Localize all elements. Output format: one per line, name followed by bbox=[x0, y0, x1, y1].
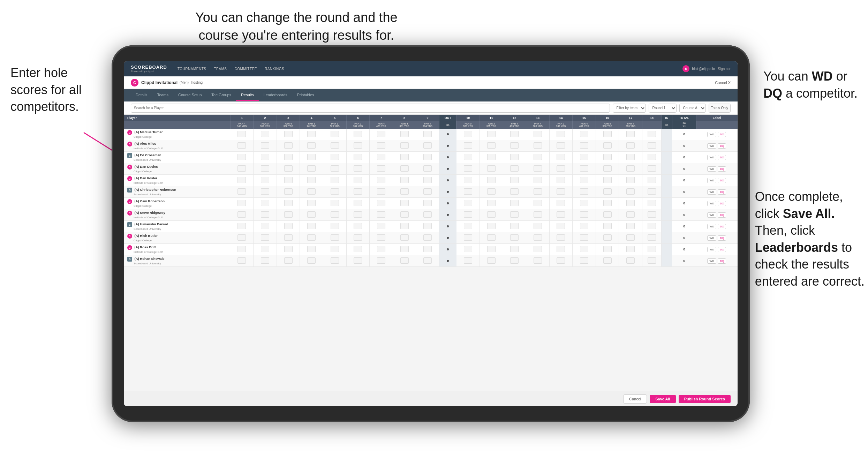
score-input-box[interactable] bbox=[464, 165, 472, 172]
score-hole-10[interactable] bbox=[456, 152, 480, 163]
score-input-box[interactable] bbox=[648, 257, 656, 264]
score-input-box[interactable] bbox=[307, 188, 316, 195]
score-hole-6[interactable] bbox=[346, 152, 370, 163]
score-hole-18[interactable] bbox=[642, 209, 661, 221]
score-input-box[interactable] bbox=[534, 246, 542, 252]
score-hole-7[interactable] bbox=[370, 152, 393, 163]
score-input-box[interactable] bbox=[307, 211, 316, 218]
score-hole-17[interactable] bbox=[619, 175, 642, 186]
score-input-box[interactable] bbox=[557, 257, 565, 264]
score-input-box[interactable] bbox=[377, 165, 385, 172]
score-hole-14[interactable] bbox=[549, 221, 573, 232]
score-hole-3[interactable] bbox=[277, 198, 300, 209]
score-input-box[interactable] bbox=[331, 223, 339, 229]
search-input[interactable] bbox=[131, 104, 610, 113]
score-hole-18[interactable] bbox=[642, 232, 661, 244]
score-hole-5[interactable] bbox=[323, 129, 347, 140]
score-hole-9[interactable] bbox=[416, 152, 439, 163]
score-input-box[interactable] bbox=[377, 223, 385, 229]
score-input-box[interactable] bbox=[284, 188, 293, 195]
score-hole-8[interactable] bbox=[393, 163, 416, 175]
score-hole-11[interactable] bbox=[480, 232, 503, 244]
score-input-box[interactable] bbox=[261, 200, 269, 206]
tab-tee-groups[interactable]: Tee Groups bbox=[206, 90, 236, 101]
score-input-box[interactable] bbox=[510, 188, 519, 195]
score-input-box[interactable] bbox=[331, 188, 339, 195]
score-hole-6[interactable] bbox=[346, 129, 370, 140]
score-input-box[interactable] bbox=[510, 154, 519, 160]
score-input-box[interactable] bbox=[423, 246, 432, 252]
score-hole-7[interactable] bbox=[370, 209, 393, 221]
score-input-box[interactable] bbox=[307, 177, 316, 183]
score-input-box[interactable] bbox=[284, 257, 293, 264]
score-input-box[interactable] bbox=[423, 223, 432, 229]
score-input-box[interactable] bbox=[307, 200, 316, 206]
score-input-box[interactable] bbox=[603, 200, 612, 206]
score-input-box[interactable] bbox=[237, 246, 246, 252]
score-hole-2[interactable] bbox=[254, 209, 277, 221]
score-hole-14[interactable] bbox=[549, 209, 573, 221]
score-hole-17[interactable] bbox=[619, 129, 642, 140]
score-input-box[interactable] bbox=[400, 200, 409, 206]
score-input-box[interactable] bbox=[580, 211, 588, 218]
dq-button[interactable]: DQ bbox=[718, 247, 726, 252]
score-input-box[interactable] bbox=[557, 211, 565, 218]
wd-button[interactable]: WD bbox=[707, 201, 716, 206]
score-input-box[interactable] bbox=[487, 177, 496, 183]
score-hole-17[interactable] bbox=[619, 255, 642, 267]
score-hole-5[interactable] bbox=[323, 175, 347, 186]
score-input-box[interactable] bbox=[377, 200, 385, 206]
score-hole-3[interactable] bbox=[277, 163, 300, 175]
score-input-box[interactable] bbox=[534, 200, 542, 206]
score-hole-13[interactable] bbox=[526, 175, 550, 186]
score-hole-9[interactable] bbox=[416, 244, 439, 255]
score-input-box[interactable] bbox=[580, 223, 588, 229]
score-hole-2[interactable] bbox=[254, 129, 277, 140]
score-input-box[interactable] bbox=[307, 131, 316, 137]
score-hole-15[interactable] bbox=[573, 209, 596, 221]
score-input-box[interactable] bbox=[400, 246, 409, 252]
score-hole-12[interactable] bbox=[503, 175, 526, 186]
score-input-box[interactable] bbox=[464, 246, 472, 252]
score-input-box[interactable] bbox=[648, 131, 656, 137]
dq-button[interactable]: DQ bbox=[718, 224, 726, 229]
dq-button[interactable]: DQ bbox=[718, 166, 726, 172]
score-input-box[interactable] bbox=[423, 211, 432, 218]
totals-only-toggle[interactable]: Totals Only bbox=[709, 104, 731, 113]
score-input-box[interactable] bbox=[580, 257, 588, 264]
score-input-box[interactable] bbox=[603, 177, 612, 183]
score-hole-3[interactable] bbox=[277, 232, 300, 244]
score-hole-11[interactable] bbox=[480, 209, 503, 221]
score-hole-5[interactable] bbox=[323, 152, 347, 163]
score-hole-2[interactable] bbox=[254, 198, 277, 209]
score-input-box[interactable] bbox=[626, 211, 635, 218]
score-hole-16[interactable] bbox=[596, 244, 619, 255]
score-hole-10[interactable] bbox=[456, 186, 480, 198]
score-hole-8[interactable] bbox=[393, 232, 416, 244]
score-input-box[interactable] bbox=[331, 165, 339, 172]
score-input-box[interactable] bbox=[331, 234, 339, 241]
score-input-box[interactable] bbox=[626, 257, 635, 264]
score-input-box[interactable] bbox=[400, 188, 409, 195]
score-hole-3[interactable] bbox=[277, 129, 300, 140]
score-input-box[interactable] bbox=[284, 154, 293, 160]
score-hole-12[interactable] bbox=[503, 209, 526, 221]
score-input-box[interactable] bbox=[237, 154, 246, 160]
score-hole-10[interactable] bbox=[456, 175, 480, 186]
score-hole-6[interactable] bbox=[346, 221, 370, 232]
score-hole-1[interactable] bbox=[230, 198, 254, 209]
score-hole-11[interactable] bbox=[480, 221, 503, 232]
score-input-box[interactable] bbox=[487, 188, 496, 195]
score-hole-5[interactable] bbox=[323, 255, 347, 267]
score-hole-17[interactable] bbox=[619, 186, 642, 198]
score-input-box[interactable] bbox=[464, 234, 472, 241]
score-input-box[interactable] bbox=[557, 234, 565, 241]
wd-button[interactable]: WD bbox=[707, 155, 716, 160]
score-hole-18[interactable] bbox=[642, 129, 661, 140]
score-hole-6[interactable] bbox=[346, 255, 370, 267]
score-input-box[interactable] bbox=[534, 257, 542, 264]
score-hole-14[interactable] bbox=[549, 163, 573, 175]
score-hole-17[interactable] bbox=[619, 198, 642, 209]
score-hole-16[interactable] bbox=[596, 140, 619, 152]
score-input-box[interactable] bbox=[626, 223, 635, 229]
